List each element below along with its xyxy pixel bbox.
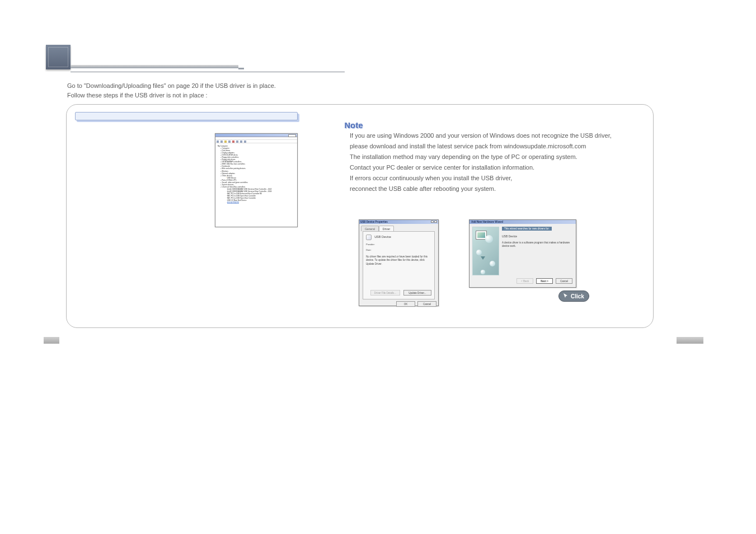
panel-header-bar <box>75 112 298 120</box>
wizard-device: USB Device <box>502 235 573 238</box>
wizard-back-button: < Back <box>516 278 533 284</box>
prop-title: USB Device Properties <box>360 221 388 223</box>
note-heading: Note <box>345 121 363 130</box>
wizard-subtitle: This wizard searches for new drivers for… <box>502 227 552 231</box>
header-decoration <box>44 43 304 73</box>
footer-tab-right <box>677 337 703 344</box>
click-callout: Click <box>558 291 589 302</box>
update-driver-button[interactable]: Update Driver... <box>403 290 431 296</box>
prop-provider-label: Provider: <box>366 243 431 246</box>
note-p3b: reconnect the USB cable after rebooting … <box>350 184 652 194</box>
devmgr-titlebar <box>215 134 297 137</box>
note-p2b: Contact your PC dealer or service center… <box>350 163 652 172</box>
prop-titlebar: USB Device Properties <box>359 220 438 224</box>
cancel-button[interactable]: Cancel <box>417 301 436 307</box>
device-manager-screenshot: My Computer Computer Disk drives Display… <box>215 133 298 227</box>
intro-line1: Go to "Downloading/Uploading files" on p… <box>67 82 276 89</box>
device-icon <box>366 235 372 240</box>
intro-line2: Follow these steps if the USB driver is … <box>67 92 208 99</box>
note-body: If you are using Windows 2000 and your v… <box>350 131 652 195</box>
prop-date-label: Date: <box>366 249 431 251</box>
prop-device-name: USB Device <box>374 235 391 238</box>
click-label: Click <box>571 293 584 299</box>
wizard-next-button[interactable]: Next > <box>536 278 553 284</box>
usb-properties-dialog: USB Device Properties General Driver USB… <box>359 219 439 306</box>
footer-tab-left <box>44 337 59 344</box>
intro-text: Go to "Downloading/Uploading files" on p… <box>67 81 276 100</box>
tab-driver[interactable]: Driver <box>379 226 394 231</box>
wizard-side-image <box>472 227 499 275</box>
prop-description: No driver files are required or have bee… <box>366 255 433 266</box>
wizard-explain: A device driver is a software program th… <box>502 241 573 248</box>
wizard-cancel-button[interactable]: Cancel <box>556 278 572 284</box>
devmgr-tree: My Computer Computer Disk drives Display… <box>215 143 297 205</box>
note-p1b: please download and install the latest s… <box>350 142 652 151</box>
tab-general[interactable]: General <box>361 226 379 231</box>
ok-button[interactable]: OK <box>396 301 415 307</box>
note-p1a: If you are using Windows 2000 and your v… <box>350 131 652 140</box>
cursor-icon <box>562 293 569 299</box>
note-p3a: If errors occur continuously when you in… <box>350 174 652 183</box>
note-p2a: The installation method may vary dependi… <box>350 152 652 162</box>
add-hardware-wizard-dialog: Add New Hardware Wizard This wizard sear… <box>469 219 576 288</box>
driver-details-button: Driver File Details... <box>370 290 400 296</box>
window-buttons <box>430 221 437 223</box>
wizard-titlebar: Add New Hardware Wizard <box>469 220 576 224</box>
prop-driver-tab-body: USB Device Provider: Date: No driver fil… <box>363 231 435 299</box>
devmgr-highlighted: USB Root Hub <box>226 202 295 204</box>
